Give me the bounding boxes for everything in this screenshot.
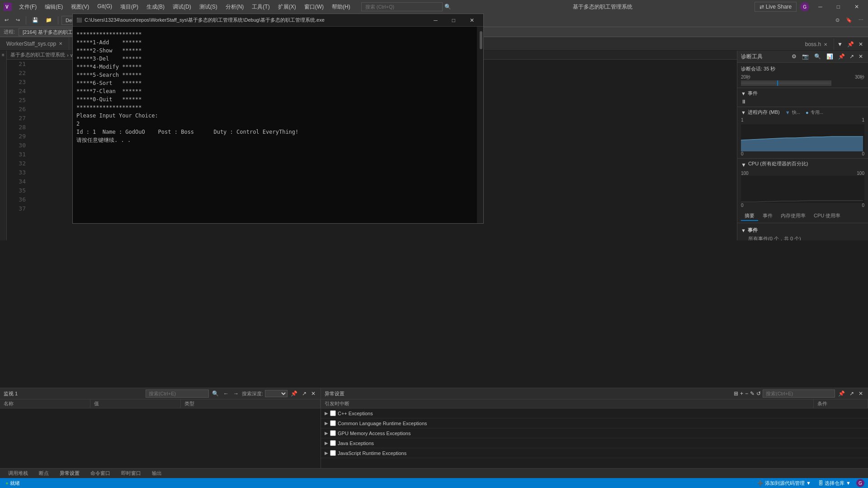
tab-boss-h[interactable]: boss.h ✕ [799, 38, 834, 50]
menu-help[interactable]: 帮助(H) [328, 2, 354, 12]
menu-analyze[interactable]: 分析(N) [222, 2, 248, 12]
menu-window[interactable]: 窗口(W) [301, 2, 327, 12]
close-button[interactable]: ✕ [849, 2, 864, 12]
status-add-source[interactable]: ➕ 添加到源代码管理 ▼ [755, 480, 813, 487]
terminal-close[interactable]: ✕ [464, 15, 480, 25]
mem-collapse-icon[interactable]: ▼ [741, 110, 746, 115]
exc-remove-btn[interactable]: − [745, 390, 748, 397]
status-ready[interactable]: ● 就绪 [4, 480, 22, 487]
user-avatar[interactable]: G [800, 2, 809, 11]
menu-file[interactable]: 文件(F) [15, 2, 40, 12]
maximize-button[interactable]: □ [831, 2, 845, 12]
bottom-tab-immediate[interactable]: 即时窗口 [117, 469, 146, 478]
timeline-bar [741, 80, 831, 86]
watch-forward-btn[interactable]: → [232, 390, 240, 397]
diag-chart-btn[interactable]: 📊 [825, 52, 835, 61]
exc-check-4[interactable] [330, 450, 336, 456]
terminal-scrollbar[interactable] [477, 27, 483, 223]
menu-git[interactable]: Git(G) [94, 2, 116, 12]
menu-build[interactable]: 生成(B) [143, 2, 168, 12]
tab-workerstaffsys-close[interactable]: ✕ [59, 41, 62, 46]
minimize-button[interactable]: ─ [813, 2, 828, 12]
diag-float-btn[interactable]: ↗ [848, 53, 855, 60]
menu-edit[interactable]: 编辑(E) [41, 2, 66, 12]
exc-add-btn[interactable]: + [740, 390, 743, 397]
exc-expand-2[interactable]: ▶ [325, 431, 328, 436]
diag-settings-btn[interactable]: ⚙ [790, 52, 798, 61]
breakpoints-btn[interactable]: ⊙ [833, 16, 842, 24]
mem-top-labels: 1 1 [741, 117, 864, 122]
bottom-tab-exceptions[interactable]: 异常设置 [55, 469, 84, 478]
tab-close-btn[interactable]: ✕ [857, 41, 864, 48]
watch-pin-btn[interactable]: 📌 [289, 390, 299, 397]
exc-cond-4 [814, 452, 868, 454]
open-button[interactable]: 📁 [43, 16, 55, 24]
tab-overflow-btn[interactable]: ▼ [836, 41, 844, 48]
watch-close-btn[interactable]: ✕ [310, 390, 317, 397]
watch-float-btn[interactable]: ↗ [301, 390, 308, 397]
exc-check-3[interactable] [330, 440, 336, 446]
exception-search-input[interactable] [763, 389, 835, 398]
diagnostics-panel: 诊断工具 ⚙ 📷 🔍 📊 📌 ↗ ✕ 诊断会话: 35 秒 20秒 30秒 [737, 51, 868, 240]
diag-tab-summary[interactable]: 摘要 [741, 211, 758, 221]
menu-tools[interactable]: 工具(T) [248, 2, 273, 12]
terminal-content[interactable]: ******************** *****1-Add ****** *… [73, 27, 477, 223]
watch-search-btn[interactable]: 🔍 [211, 390, 220, 397]
status-avatar[interactable]: G [856, 479, 864, 487]
diag-tab-memory[interactable]: 内存使用率 [777, 211, 809, 221]
exc-expand-1[interactable]: ▶ [325, 421, 328, 426]
bottom-tab-breakpoints[interactable]: 断点 [34, 469, 53, 478]
terminal-minimize[interactable]: ─ [428, 15, 443, 25]
events-expand-icon[interactable]: ▼ [741, 228, 746, 233]
more-btn[interactable]: ⋯ [856, 16, 866, 24]
bottom-tab-callstack[interactable]: 调用堆栈 [4, 469, 33, 478]
exc-pin-btn[interactable]: 📌 [837, 390, 846, 397]
tab-boss-h-close[interactable]: ✕ [824, 42, 827, 47]
session-label: 诊断会话: 35 秒 [741, 66, 775, 72]
watch-search-input[interactable] [146, 389, 209, 398]
menu-view[interactable]: 视图(V) [67, 2, 93, 12]
global-search-input[interactable] [361, 2, 443, 11]
undo-button[interactable]: ↩ [2, 16, 11, 24]
diag-tab-events[interactable]: 事件 [759, 211, 776, 221]
exc-expand-4[interactable]: ▶ [325, 450, 328, 455]
exc-cond-1 [814, 422, 868, 424]
watch-back-btn[interactable]: ← [222, 390, 230, 397]
live-share-button[interactable]: ⇄ Live Share [755, 2, 797, 12]
exc-edit-btn[interactable]: ✎ [750, 390, 755, 397]
save-button[interactable]: 💾 [29, 16, 41, 24]
cpu-collapse-icon[interactable]: ▼ [741, 162, 746, 168]
menu-extensions[interactable]: 扩展(X) [274, 2, 300, 12]
watch-title: 监视 1 🔍 ← → 搜索深度: 📌 ↗ ✕ [0, 388, 321, 399]
diag-camera-btn[interactable]: 📷 [800, 52, 811, 61]
status-select-repo[interactable]: 🗄 选择仓库 ▼ [816, 480, 853, 487]
menu-project[interactable]: 项目(P) [117, 2, 142, 12]
diag-close-btn[interactable]: ✕ [857, 53, 864, 60]
tab-workerstaffsys[interactable]: WorkerStaff_sys.cpp ✕ [0, 37, 69, 50]
exc-check-2[interactable] [330, 430, 336, 436]
event-pause-btn[interactable]: ⏸ [741, 99, 746, 105]
menu-debug[interactable]: 调试(D) [169, 2, 195, 12]
terminal-maximize[interactable]: □ [447, 15, 461, 25]
collapse-icon[interactable]: ▼ [741, 91, 746, 96]
bottom-tab-output[interactable]: 输出 [147, 469, 166, 478]
exc-float-btn[interactable]: ↗ [848, 390, 855, 397]
exc-filter-btn[interactable]: ⊞ [734, 390, 738, 397]
redo-button[interactable]: ↪ [13, 16, 23, 24]
diag-search-btn[interactable]: 🔍 [812, 52, 823, 61]
exc-expand-3[interactable]: ▶ [325, 441, 328, 446]
exc-expand-0[interactable]: ▶ [325, 411, 328, 416]
exc-restore-btn[interactable]: ↺ [756, 390, 761, 397]
exc-check-1[interactable] [330, 420, 336, 426]
diag-pin-btn[interactable]: 📌 [837, 53, 846, 60]
depth-select[interactable] [265, 390, 288, 397]
exc-check-0[interactable] [330, 410, 336, 416]
bottom-tab-command[interactable]: 命令窗口 [86, 469, 115, 478]
menu-test[interactable]: 测试(S) [196, 2, 221, 12]
bookmark-btn[interactable]: 🔖 [843, 16, 855, 24]
scroll-thumb[interactable] [480, 31, 482, 49]
tab-pin-btn[interactable]: 📌 [846, 41, 855, 48]
diag-tab-cpu[interactable]: CPU 使用率 [810, 211, 844, 221]
exc-row-3: ▶ Java Exceptions [321, 438, 868, 448]
exc-close-btn[interactable]: ✕ [857, 390, 864, 397]
